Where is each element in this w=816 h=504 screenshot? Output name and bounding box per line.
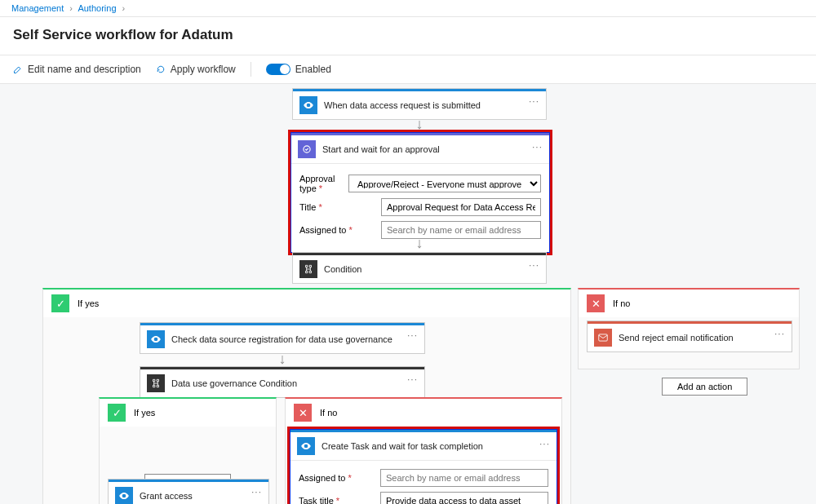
add-action-button[interactable]: Add an action (662, 378, 747, 396)
svg-point-2 (155, 338, 157, 340)
workflow-canvas[interactable]: When data access request is submitted ··… (0, 84, 816, 504)
eye-icon (297, 437, 315, 455)
more-icon[interactable]: ··· (407, 374, 418, 385)
create-task-card[interactable]: Create Task and wait for task completion… (289, 428, 558, 504)
toolbar-divider (251, 62, 251, 77)
branch-no-label: If no (613, 298, 630, 308)
more-icon[interactable]: ··· (532, 141, 543, 153)
governance-condition-label: Data use governance Condition (171, 378, 297, 388)
inner-branch-yes: ✓ If yes Grant access ··· Add an action (99, 397, 277, 504)
eye-icon (115, 487, 133, 504)
x-icon: ✕ (294, 404, 312, 422)
check-icon: ✓ (51, 294, 69, 312)
branch-yes-label: If yes (78, 298, 99, 308)
task-assigned-label: Assigned to * (299, 473, 380, 483)
governance-condition-card[interactable]: Data use governance Condition ··· (140, 366, 425, 398)
approval-assigned-label: Assigned to * (299, 225, 381, 235)
apply-workflow-label: Apply workflow (171, 64, 236, 75)
chevron-right-icon: › (122, 3, 126, 13)
page-title: Self Service workflow for Adatum (0, 17, 816, 55)
approval-title-label: Title * (299, 202, 381, 212)
mail-icon (594, 329, 612, 347)
approval-type-label: Approval type * (299, 174, 348, 193)
reject-email-label: Send reject email notification (619, 333, 734, 343)
eye-icon (299, 96, 317, 114)
apply-workflow-button[interactable]: Apply workflow (156, 64, 236, 75)
chevron-right-icon: › (69, 3, 73, 13)
grant-access-card[interactable]: Grant access ··· (108, 479, 269, 504)
arrow-down-icon: ↓ (279, 351, 286, 366)
grant-access-label: Grant access (140, 491, 193, 501)
task-title-input[interactable] (380, 492, 548, 504)
condition-card[interactable]: Condition ··· (292, 252, 547, 284)
create-task-label: Create Task and wait for task completion (322, 441, 483, 451)
condition-icon (147, 374, 165, 392)
refresh-icon (156, 64, 166, 74)
reject-email-card[interactable]: Send reject email notification ··· (587, 321, 792, 352)
approval-icon (298, 140, 316, 158)
svg-rect-5 (599, 334, 608, 341)
condition-label: Condition (324, 264, 361, 274)
inner-branch-no: ✕ If no Create Task and wait for task co… (285, 397, 562, 504)
arrow-down-icon: ↓ (416, 236, 424, 250)
edit-name-label: Edit name and description (28, 64, 141, 75)
svg-point-4 (305, 445, 307, 447)
approval-type-select[interactable]: Approve/Reject - Everyone must approve (348, 175, 541, 192)
trigger-label: When data access request is submitted (324, 100, 481, 110)
toggle-icon (266, 64, 290, 75)
check-icon: ✓ (108, 404, 126, 422)
branch-no: ✕ If no Send reject email notification ·… (578, 288, 800, 369)
more-icon[interactable]: ··· (251, 486, 262, 497)
enabled-toggle[interactable]: Enabled (266, 64, 331, 75)
approval-assigned-input[interactable] (381, 221, 541, 239)
branch-yes: ✓ If yes Check data source registration … (42, 288, 571, 504)
more-icon[interactable]: ··· (407, 329, 418, 341)
pencil-icon (13, 64, 23, 74)
check-governance-label: Check data source registration for data … (171, 334, 392, 344)
svg-point-0 (308, 104, 309, 106)
arrow-down-icon: ↓ (416, 117, 424, 131)
breadcrumb: Management › Authoring › (0, 0, 816, 17)
task-assigned-input[interactable] (380, 469, 548, 487)
svg-point-3 (123, 495, 125, 497)
more-icon[interactable]: ··· (774, 328, 785, 339)
eye-icon (147, 330, 165, 348)
check-governance-card[interactable]: Check data source registration for data … (140, 322, 425, 354)
edit-name-button[interactable]: Edit name and description (13, 64, 141, 75)
condition-icon (299, 260, 317, 278)
breadcrumb-management[interactable]: Management (11, 3, 64, 13)
x-icon: ✕ (587, 294, 605, 312)
approval-title-input[interactable] (381, 198, 541, 216)
task-title-label: Task title * (299, 496, 380, 504)
more-icon[interactable]: ··· (529, 95, 539, 107)
toolbar: Edit name and description Apply workflow… (0, 55, 816, 84)
inner-no-label: If no (320, 408, 337, 418)
more-icon[interactable]: ··· (529, 259, 539, 271)
breadcrumb-authoring[interactable]: Authoring (78, 3, 116, 13)
approval-label: Start and wait for an approval (322, 144, 440, 154)
inner-yes-label: If yes (134, 408, 155, 418)
enabled-label: Enabled (295, 64, 331, 75)
more-icon[interactable]: ··· (539, 438, 550, 449)
